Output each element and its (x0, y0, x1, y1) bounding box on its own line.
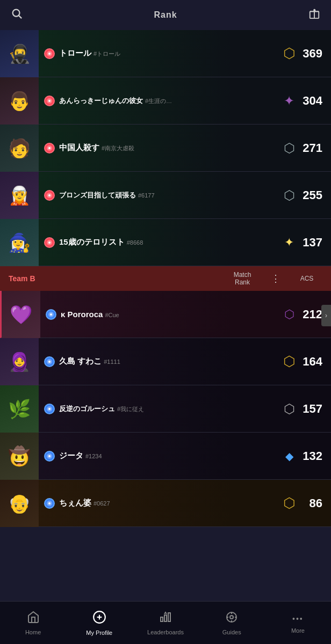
player-tag: #トロール (93, 50, 120, 58)
avatar: 🧑 (0, 125, 39, 172)
team-header-cols: MatchRank ⋮ ACS (229, 271, 322, 287)
nav-guides[interactable]: Guides (199, 602, 265, 644)
table-row: 🌿 反逆のゴルーシュ #我に従え ⬡ 157 (0, 385, 331, 433)
table-row: 🧝 ブロンズ目指して頑張る #6177 ⬡ 255 (0, 172, 331, 219)
player-name-area: 反逆のゴルーシュ #我に従え (59, 404, 144, 414)
rank-icon: ⬡ (279, 138, 299, 158)
my-profile-icon (92, 610, 106, 627)
avatar: 🥷 (0, 30, 39, 77)
gift-icon[interactable] (308, 8, 320, 23)
player-info: 中国人殺す #南京大虐殺 (39, 143, 279, 153)
party-icon (44, 190, 55, 201)
player-info: あんらっきーじゅんの彼女 #生涯の… (39, 96, 279, 106)
rank-icon: ✦ (279, 91, 299, 111)
nav-home-label: Home (25, 629, 41, 635)
player-tag: #南京大虐殺 (102, 144, 134, 152)
col-acs: ACS (296, 275, 322, 282)
player-info: 反逆のゴルーシュ #我に従え (39, 404, 279, 414)
rank-icon: ⬡ (279, 186, 299, 205)
player-tag: #生涯の… (145, 97, 172, 105)
avatar: 👨 (0, 77, 39, 125)
player-tag: #我に従え (117, 405, 144, 413)
table-row: 🤠 ジータ #1234 ◆ 132 (0, 433, 331, 480)
content-area: 🥷 トロール #トロール ⬡ 369 (0, 30, 331, 601)
player-info: κ Pororoca #Cue (40, 309, 279, 320)
acs-score: 137 (299, 236, 331, 250)
table-row: 🧙‍♀️ 15歳のテロリスト #8668 ✦ 137 (0, 219, 331, 266)
player-name: 反逆のゴルーシュ (59, 404, 115, 414)
party-icon (44, 498, 55, 509)
player-name: ちぇん婆 (59, 498, 91, 508)
guides-icon (225, 611, 238, 627)
svg-point-11 (230, 616, 233, 619)
player-tag: #8668 (127, 239, 143, 246)
player-tag: #Cue (105, 312, 119, 318)
player-info: ジータ #1234 (39, 451, 279, 462)
bottom-nav: Home My Profile Leaderboards (0, 601, 331, 644)
team-b-section: 💜 κ Pororoca #Cue ⬡ 212 (0, 291, 331, 527)
header: Rank (0, 0, 331, 30)
svg-rect-7 (161, 617, 163, 621)
team-a-section: 🥷 トロール #トロール ⬡ 369 (0, 30, 331, 266)
nav-home[interactable]: Home (0, 602, 66, 644)
party-icon (44, 404, 55, 414)
scroll-indicator[interactable]: › (321, 305, 331, 326)
nav-leaderboards[interactable]: Leaderboards (132, 602, 198, 644)
player-tag: #0627 (93, 500, 110, 507)
player-name-area: ブロンズ目指して頑張る #6177 (59, 191, 155, 200)
search-icon[interactable] (11, 8, 23, 23)
acs-score: 164 (299, 355, 331, 369)
player-info: 久島 すわこ #1111 (39, 356, 279, 367)
nav-leaderboards-label: Leaderboards (147, 629, 184, 635)
party-icon (44, 451, 55, 462)
team-b-label: Team B (9, 274, 229, 283)
player-name: トロール (59, 48, 91, 58)
player-tag: #6177 (138, 192, 155, 199)
player-name: 中国人殺す (59, 143, 99, 153)
nav-my-profile-label: My Profile (86, 630, 112, 636)
party-icon (44, 143, 55, 153)
acs-score: 157 (299, 402, 331, 416)
party-icon (44, 356, 55, 367)
nav-my-profile[interactable]: My Profile (66, 602, 132, 644)
player-name-area: トロール #トロール (59, 48, 120, 58)
table-row: 🧑 中国人殺す #南京大虐殺 ⬡ 271 (0, 125, 331, 172)
col-match-rank: MatchRank (229, 271, 256, 287)
more-icon: ••• (292, 612, 304, 625)
player-info: ブロンズ目指して頑張る #6177 (39, 190, 279, 201)
nav-guides-label: Guides (222, 629, 241, 635)
acs-score: 86 (299, 496, 331, 510)
player-info: ちぇん婆 #0627 (39, 498, 279, 509)
acs-score: 132 (299, 449, 331, 463)
leaderboards-icon (159, 611, 172, 627)
player-name-area: ちぇん婆 #0627 (59, 498, 110, 508)
home-icon (27, 611, 40, 627)
player-name-area: ジータ #1234 (59, 451, 102, 461)
player-name: あんらっきーじゅんの彼女 (59, 96, 143, 106)
rank-icon: ⬡ (279, 44, 299, 63)
player-tag: #1111 (104, 358, 120, 365)
rank-icon: ◆ (279, 447, 299, 466)
table-row: 💜 κ Pororoca #Cue ⬡ 212 (0, 291, 331, 338)
nav-more[interactable]: ••• More (265, 602, 331, 644)
player-name-area: 久島 すわこ #1111 (59, 356, 120, 367)
player-name-area: あんらっきーじゅんの彼女 #生涯の… (59, 96, 172, 106)
table-row: 👴 ちぇん婆 #0627 ⬡ 86 (0, 480, 331, 527)
svg-rect-8 (164, 615, 167, 621)
player-info: トロール #トロール (39, 48, 279, 59)
svg-line-1 (19, 16, 21, 18)
acs-score: 255 (299, 188, 331, 202)
svg-rect-9 (168, 613, 170, 621)
avatar: 🌿 (0, 385, 39, 433)
party-icon (44, 48, 55, 59)
acs-score: 369 (299, 47, 331, 61)
player-name: ブロンズ目指して頑張る (59, 191, 136, 200)
avatar: 🧕 (0, 338, 39, 385)
rank-icon: ⬡ (279, 305, 299, 324)
table-row: 👨 あんらっきーじゅんの彼女 #生涯の… ✦ 304 (0, 77, 331, 125)
acs-score: 271 (299, 141, 331, 155)
avatar: 💜 (2, 291, 40, 338)
player-name-area: 15歳のテロリスト #8668 (59, 237, 143, 247)
avatar: 🧝 (0, 172, 39, 219)
dots-menu-button[interactable]: ⋮ (267, 273, 285, 284)
